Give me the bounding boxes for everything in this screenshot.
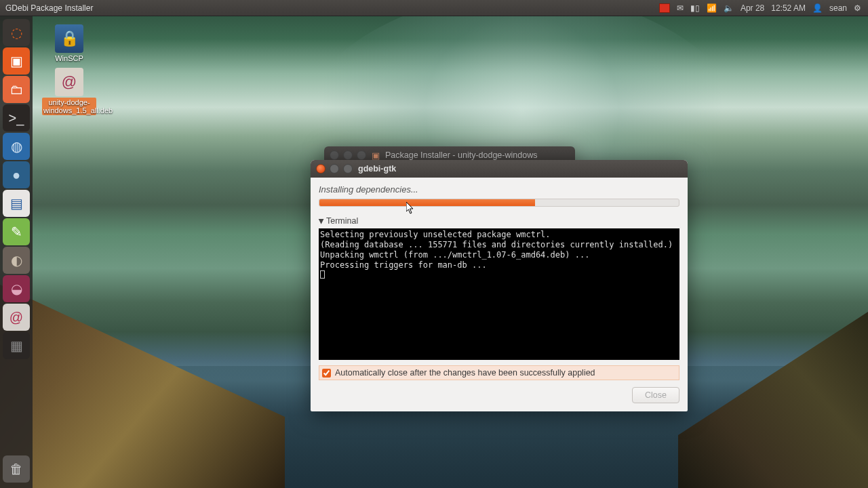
launcher-gimp[interactable]: ◐ bbox=[3, 247, 30, 274]
terminal-text: Selecting previously unselected package … bbox=[320, 230, 673, 270]
panel-date[interactable]: Apr 28 bbox=[741, 3, 764, 13]
launcher-workspaces[interactable]: ▦ bbox=[3, 332, 30, 359]
auto-close-row[interactable]: Automatically close after the changes ha… bbox=[319, 365, 679, 380]
launcher-trash[interactable]: 🗑 bbox=[3, 455, 30, 483]
panel-indicators: ✉ ▮▯ 📶 🔈 Apr 28 12:52 AM 👤 sean ⚙ bbox=[659, 3, 868, 13]
terminal-disclosure[interactable]: ▶Terminal bbox=[319, 216, 679, 226]
window-title: gdebi-gtk bbox=[358, 164, 396, 174]
desktop-icon-deb[interactable]: @ unity-dodge-windows_1.5_all.deb bbox=[42, 68, 96, 115]
panel-user[interactable]: sean bbox=[829, 3, 847, 13]
auto-close-label: Automatically close after the changes ha… bbox=[335, 368, 595, 378]
launcher-libreoffice[interactable]: ▤ bbox=[3, 190, 30, 217]
launcher-chromium[interactable]: ◍ bbox=[3, 133, 30, 160]
launcher: ◌▣🗀>_◍●▤✎◐◒@▦🗑 bbox=[0, 16, 33, 488]
desktop-icon-label: WinSCP bbox=[42, 54, 96, 62]
top-panel: GDebi Package Installer ✉ ▮▯ 📶 🔈 Apr 28 … bbox=[0, 0, 868, 16]
launcher-terminal[interactable]: >_ bbox=[3, 104, 30, 131]
launcher-software-center[interactable]: ◒ bbox=[3, 275, 30, 302]
desktop-icon-label: unity-dodge-windows_1.5_all.deb bbox=[42, 98, 96, 115]
record-indicator-icon[interactable] bbox=[659, 3, 670, 13]
launcher-debian[interactable]: @ bbox=[3, 304, 30, 331]
terminal-label: Terminal bbox=[326, 216, 358, 226]
launcher-editor[interactable]: ✎ bbox=[3, 218, 30, 245]
mail-icon[interactable]: ✉ bbox=[677, 3, 684, 13]
network-icon[interactable]: 📶 bbox=[707, 3, 717, 13]
user-icon: 👤 bbox=[812, 3, 823, 13]
minimize-icon[interactable] bbox=[330, 164, 339, 174]
window-buttons bbox=[330, 150, 366, 160]
window-buttons bbox=[316, 164, 353, 174]
launcher-gdebi-active[interactable]: ▣ bbox=[3, 47, 30, 75]
session-gear-icon[interactable]: ⚙ bbox=[854, 3, 861, 13]
launcher-dash[interactable]: ◌ bbox=[3, 19, 30, 46]
panel-time[interactable]: 12:52 AM bbox=[771, 3, 806, 13]
maximize-icon[interactable] bbox=[343, 164, 353, 174]
progress-fill bbox=[319, 199, 535, 206]
close-button[interactable]: Close bbox=[632, 387, 679, 403]
terminal-cursor bbox=[320, 270, 325, 279]
close-icon[interactable] bbox=[330, 150, 339, 160]
battery-icon[interactable]: ▮▯ bbox=[690, 3, 700, 13]
close-icon[interactable] bbox=[316, 164, 326, 174]
mouse-cursor-icon bbox=[406, 202, 414, 214]
window-title: Package Installer - unity-dodge-windows bbox=[385, 150, 537, 160]
minimize-icon[interactable] bbox=[343, 150, 353, 160]
terminal-output[interactable]: Selecting previously unselected package … bbox=[319, 228, 679, 360]
volume-icon[interactable]: 🔈 bbox=[724, 3, 734, 13]
titlebar[interactable]: gdebi-gtk bbox=[311, 160, 688, 178]
app-icon: ▣ bbox=[372, 150, 380, 161]
status-text: Installing dependencies... bbox=[319, 184, 679, 195]
desktop-icon-winscp[interactable]: 🔒 WinSCP bbox=[42, 24, 96, 62]
chevron-down-icon: ▶ bbox=[318, 219, 326, 224]
progress-bar bbox=[319, 199, 679, 207]
maximize-icon[interactable] bbox=[357, 150, 366, 160]
launcher-browser[interactable]: ● bbox=[3, 161, 30, 188]
panel-app-title: GDebi Package Installer bbox=[5, 3, 93, 13]
window-gdebi-gtk: gdebi-gtk Installing dependencies... ▶Te… bbox=[311, 160, 688, 411]
auto-close-checkbox[interactable] bbox=[322, 369, 331, 378]
launcher-nautilus[interactable]: 🗀 bbox=[3, 76, 30, 103]
